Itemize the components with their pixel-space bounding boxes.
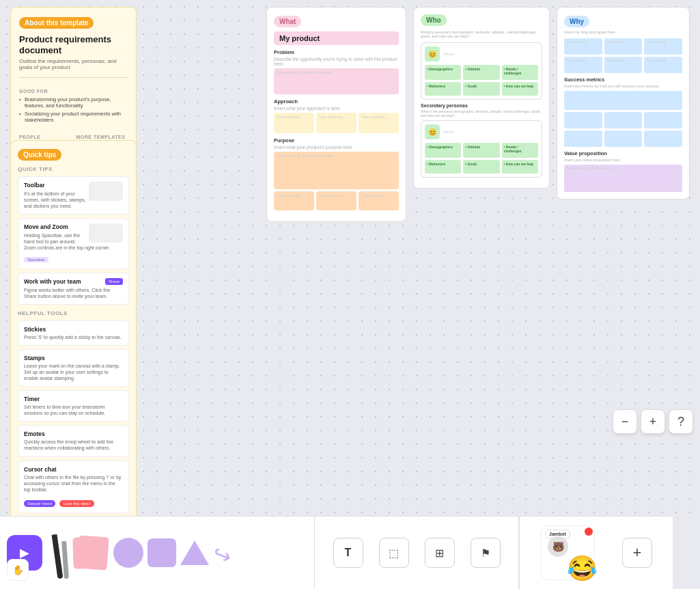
success-metrics-desc: Insert key metrics for how you will meas… — [564, 84, 682, 88]
frame-tool-button[interactable]: ⬚ — [379, 538, 409, 568]
purpose-large-box[interactable]: Type anything, @mention anyone. — [274, 152, 399, 189]
behaviors-cell: • Behaviors — [425, 82, 461, 96]
secondary-behaviors-cell: • Behaviors — [425, 160, 461, 174]
tool-emotes: Emotes Quickly access the emoji wheel to… — [18, 425, 129, 456]
stickies-desc: Press 'S' to quickly add a sticky to the… — [24, 334, 123, 340]
metric-cell-3 — [644, 112, 682, 128]
why-cell-1: Type anything... — [564, 38, 602, 55]
jambot-emoji: 😂 — [567, 554, 598, 583]
stamp-tool-button[interactable]: ⚑ — [471, 538, 501, 568]
text-tool-button[interactable]: T — [333, 538, 363, 568]
problem-box[interactable]: Type anything, @mention anyone. — [274, 68, 399, 94]
good-for-item-2: Socializing your product requirements wi… — [19, 111, 128, 123]
metric-cell-1 — [564, 112, 602, 128]
problem-desc: Describe the opportunity you're trying t… — [274, 57, 399, 66]
toolbar-right-section: Jambot 🐻 😂 + — [519, 516, 673, 589]
why-metrics-grid — [564, 112, 682, 147]
persona-avatar: 😊 — [425, 46, 440, 61]
what-badge: What — [274, 16, 301, 27]
what-panel: What My product Problem Describe the opp… — [266, 7, 406, 222]
problem-input: Type anything, @mention anyone. — [274, 68, 399, 77]
hand-icon: ✋ — [12, 564, 24, 575]
approach-box-3[interactable]: Type anything... — [359, 113, 399, 133]
secondary-persona-header: 😊 Name — [425, 124, 538, 139]
share-button-preview: Share — [105, 278, 123, 285]
zoom-preview — [89, 223, 123, 243]
why-cell-2: Type anything... — [604, 38, 643, 55]
secondary-attitude-cell: • Attitude — [463, 143, 499, 158]
persona-bottom-grid: • Behaviors • Goals • How can we help — [425, 82, 538, 96]
why-desc: Insert the long term goals here. — [564, 30, 682, 34]
approach-desc: Insert what your approach is here. — [274, 106, 399, 111]
frame-tool-icon: ⬚ — [389, 547, 399, 560]
secondary-persona-bottom-grid: • Behaviors • Goals • How can we help — [425, 160, 538, 174]
help-button[interactable]: ? — [669, 409, 693, 434]
persona-name: Name — [443, 52, 454, 56]
secondary-personas-title: Secondary personas — [421, 103, 542, 108]
demographics-cell: • Demographics — [425, 65, 461, 80]
secondary-how-cell: • How can we help — [502, 160, 538, 174]
bottom-toolbar: ▶ ✋ ↪ — [0, 516, 700, 589]
zoom-in-button[interactable]: + — [641, 409, 665, 434]
why-badge: Why — [564, 16, 589, 27]
approach-box-1[interactable]: Type anything... — [274, 113, 314, 133]
success-metrics-box-1[interactable] — [564, 91, 682, 110]
secondary-persona-name: Name — [443, 130, 454, 134]
spacebar-badge: Spacebar — [24, 257, 48, 262]
purpose-box-3[interactable]: Type anything... — [359, 191, 399, 210]
purpose-box-1[interactable]: Type anything... — [274, 191, 314, 210]
add-button[interactable]: + — [622, 538, 652, 568]
metric-cell-6 — [644, 131, 682, 147]
toolbar-left-section: ▶ ✋ ↪ — [0, 516, 314, 589]
how-help-cell: • How can we help — [502, 82, 538, 96]
tip-toolbar: Toolbar It's at the bottom of your scree… — [18, 176, 129, 215]
good-for-item-1: Brainstorming your product's purpose, fe… — [19, 96, 128, 109]
people-label: PEOPLE — [19, 135, 71, 139]
purpose-row: Type anything... Type anything... Type a… — [274, 191, 399, 210]
circle-shape — [113, 538, 143, 568]
value-prop-title: Value proposition — [564, 150, 682, 156]
why-cell-6: Type anything... — [644, 57, 682, 73]
why-cell-4: Type anything... — [564, 57, 602, 73]
tip-team-desc: Figma works better with others. Click th… — [24, 287, 123, 299]
arrow-shape: ↪ — [209, 539, 235, 570]
quick-badge: Quick tips — [18, 149, 61, 161]
cursor-chat-msg2: Love this idea!! — [59, 500, 94, 507]
secondary-persona-top-grid: • Demographics • Attitude • Needs / chal… — [425, 143, 538, 158]
goals-cell: • Goals — [463, 82, 499, 96]
table-tool-button[interactable]: ⊞ — [425, 538, 455, 568]
secondary-demographics-cell: • Demographics — [425, 143, 461, 158]
timer-desc: Set timers to time-box your brainstorm s… — [24, 404, 123, 416]
tool-stamps: Stamps Leave your mark on the canvas wit… — [18, 349, 129, 387]
table-tool-icon: ⊞ — [435, 547, 444, 560]
purpose-box-2[interactable]: Type anything... — [316, 191, 356, 210]
more-templates-label: MORE TEMPLATES — [76, 135, 128, 139]
secondary-persona-avatar: 😊 — [425, 124, 440, 139]
toolbar-preview — [89, 182, 123, 201]
stickies-title: Stickies — [24, 326, 123, 333]
jambot-widget[interactable]: Jambot 🐻 😂 — [540, 525, 595, 580]
cursor-chat-desc: Chat with others in the file by pressing… — [24, 474, 123, 493]
secondary-needs-cell: • Needs / challenges — [502, 143, 538, 158]
jambot-robot-icon: 🐻 — [548, 536, 568, 557]
persona-header: 😊 Name — [425, 46, 538, 61]
secondary-persona-card: 😊 Name • Demographics • Attitude • Needs… — [421, 120, 542, 178]
secondary-desc: What is the personas demographic, behavi… — [421, 109, 542, 118]
purpose-section: Purpose Insert what your product's purpo… — [274, 137, 399, 210]
stamps-title: Stamps — [24, 355, 123, 361]
value-prop-desc: Insert your value proposition here. — [564, 158, 682, 162]
approach-box-2[interactable]: Type anything... — [316, 113, 356, 133]
cursor-icon: ▶ — [20, 545, 29, 560]
triangle-shape — [180, 540, 209, 565]
purpose-desc: Insert what your product's purpose here. — [274, 145, 399, 150]
metric-cell-5 — [604, 131, 643, 147]
purpose-title: Purpose — [274, 137, 399, 143]
jambot-notification-dot — [585, 528, 593, 536]
quick-tips-label: QUICK TIPS — [18, 166, 129, 172]
toolbar-shapes: ↪ — [48, 528, 232, 579]
why-cell-5: Type anything... — [604, 57, 643, 73]
zoom-out-button[interactable]: − — [613, 409, 637, 434]
value-prop-box[interactable]: Type anything, @mention anyone. — [564, 165, 682, 192]
hand-tool-button[interactable]: ✋ — [7, 559, 29, 581]
approach-title: Approach — [274, 98, 399, 105]
